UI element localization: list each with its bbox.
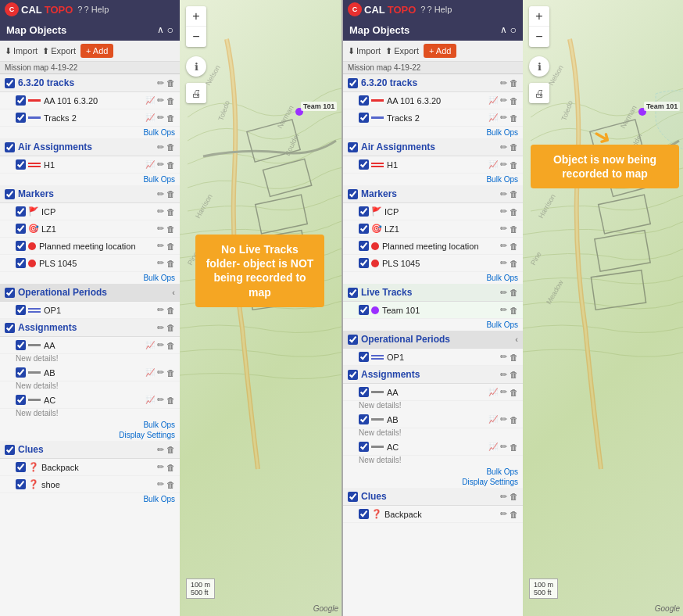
right-aa101-checkbox[interactable] — [359, 95, 369, 106]
left-op-collapse-icon[interactable]: ‹ — [172, 288, 175, 297]
right-tracks2-edit-icon[interactable]: ✏ — [500, 113, 507, 123]
right-backpack-checkbox[interactable] — [359, 509, 369, 519]
left-header-close[interactable]: ○ — [167, 23, 173, 36]
right-header-close[interactable]: ○ — [510, 23, 517, 36]
left-aa101-chart-icon[interactable]: 📈 — [145, 96, 155, 105]
left-markers-checkbox[interactable] — [5, 189, 15, 199]
left-backpack-delete-icon[interactable]: 🗑 — [166, 463, 175, 472]
left-shoe-delete-icon[interactable]: 🗑 — [166, 480, 175, 489]
right-add-button[interactable]: + Add — [424, 44, 456, 58]
right-assign-display-settings[interactable]: Display Settings — [343, 478, 523, 488]
right-planned-delete-icon[interactable]: 🗑 — [510, 242, 518, 251]
right-aa101-delete-icon[interactable]: 🗑 — [510, 96, 518, 106]
right-markers-bulk-ops[interactable]: Bulk Ops — [343, 272, 523, 284]
left-planned-delete-icon[interactable]: 🗑 — [166, 242, 175, 251]
left-aa101-edit-icon[interactable]: ✏ — [157, 95, 164, 106]
right-section-tracks[interactable]: 6.3.20 tracks ✏ 🗑 — [343, 74, 523, 92]
right-aa-delete-icon[interactable]: 🗑 — [510, 388, 518, 397]
left-planned-checkbox[interactable] — [16, 241, 26, 251]
left-section-assign[interactable]: Assignments ✏ 🗑 — [0, 319, 180, 337]
right-live-tracks-checkbox[interactable] — [348, 288, 358, 298]
right-assign-checkbox[interactable] — [348, 370, 358, 380]
left-ab-edit-icon[interactable]: ✏ — [157, 367, 164, 378]
right-aa101-edit-icon[interactable]: ✏ — [500, 95, 507, 106]
left-shoe-edit-icon[interactable]: ✏ — [157, 479, 164, 489]
right-info-button[interactable]: ℹ — [529, 56, 549, 77]
left-section-op[interactable]: Operational Periods ‹ — [0, 284, 180, 302]
right-markers-checkbox[interactable] — [348, 189, 358, 199]
left-tracks2-chart-icon[interactable]: 📈 — [145, 113, 155, 122]
right-clues-edit-icon[interactable]: ✏ — [500, 492, 507, 502]
right-live-tracks-edit-icon[interactable]: ✏ — [500, 288, 507, 298]
right-ab-delete-icon[interactable]: 🗑 — [510, 415, 518, 424]
right-air-delete-icon[interactable]: 🗑 — [510, 142, 518, 152]
left-markers-bulk-ops[interactable]: Bulk Ops — [0, 272, 180, 284]
right-live-tracks-delete-icon[interactable]: 🗑 — [510, 288, 518, 297]
right-backpack-delete-icon[interactable]: 🗑 — [510, 510, 518, 519]
left-markers-delete-icon[interactable]: 🗑 — [166, 189, 175, 199]
right-tracks2-checkbox[interactable] — [359, 113, 369, 123]
right-backpack-edit-icon[interactable]: ✏ — [500, 509, 507, 519]
right-team101-delete-icon[interactable]: 🗑 — [510, 306, 518, 315]
left-lz1-delete-icon[interactable]: 🗑 — [166, 224, 175, 234]
right-section-clues[interactable]: Clues ✏ 🗑 — [343, 488, 523, 506]
right-team101-edit-icon[interactable]: ✏ — [500, 305, 507, 315]
right-assign-bulk-ops[interactable]: Bulk Ops — [343, 466, 523, 478]
left-air-checkbox[interactable] — [5, 142, 15, 152]
left-aa-chart-icon[interactable]: 📈 — [145, 341, 155, 349]
left-tracks-checkbox[interactable] — [5, 78, 15, 88]
right-lz1-checkbox[interactable] — [359, 224, 369, 234]
right-h1-edit-icon[interactable]: ✏ — [500, 159, 507, 170]
right-team101-checkbox[interactable] — [359, 305, 369, 315]
right-ab-chart-icon[interactable]: 📈 — [488, 415, 498, 424]
right-print-button[interactable]: 🖨 — [529, 83, 549, 103]
right-icp-delete-icon[interactable]: 🗑 — [510, 207, 518, 217]
left-aa-delete-icon[interactable]: 🗑 — [166, 341, 175, 350]
left-aa101-delete-icon[interactable]: 🗑 — [166, 96, 175, 106]
right-ab-edit-icon[interactable]: ✏ — [500, 414, 507, 424]
right-section-markers[interactable]: Markers ✏ 🗑 — [343, 185, 523, 203]
right-ac-delete-icon[interactable]: 🗑 — [510, 442, 518, 452]
left-ac-delete-icon[interactable]: 🗑 — [166, 396, 175, 405]
right-h1-delete-icon[interactable]: 🗑 — [510, 160, 518, 170]
left-op1-delete-icon[interactable]: 🗑 — [166, 306, 175, 315]
right-op1-edit-icon[interactable]: ✏ — [500, 352, 507, 362]
right-op-collapse-icon[interactable]: ‹ — [515, 335, 518, 344]
right-planned-checkbox[interactable] — [359, 241, 369, 251]
left-clues-edit-icon[interactable]: ✏ — [157, 445, 164, 455]
left-h1-checkbox[interactable] — [16, 159, 26, 170]
left-tracks-edit-icon[interactable]: ✏ — [157, 78, 164, 88]
left-export-button[interactable]: ⬆ Export — [42, 46, 76, 56]
left-section-tracks[interactable]: 6.3.20 tracks ✏ 🗑 — [0, 74, 180, 92]
left-backpack-edit-icon[interactable]: ✏ — [157, 462, 164, 472]
right-op-checkbox[interactable] — [348, 335, 358, 345]
right-tracks-edit-icon[interactable]: ✏ — [500, 78, 507, 88]
left-icp-delete-icon[interactable]: 🗑 — [166, 207, 175, 217]
right-import-button[interactable]: ⬇ Import — [348, 46, 381, 56]
left-tracks-delete-icon[interactable]: 🗑 — [166, 78, 175, 88]
right-aa101-chart-icon[interactable]: 📈 — [488, 96, 498, 105]
left-help-button[interactable]: ? ? Help — [77, 5, 109, 14]
right-lz1-edit-icon[interactable]: ✏ — [500, 224, 507, 234]
left-section-markers[interactable]: Markers ✏ 🗑 — [0, 185, 180, 203]
right-ab-checkbox[interactable] — [359, 414, 369, 424]
left-aa101-checkbox[interactable] — [16, 95, 26, 106]
left-icp-checkbox[interactable] — [16, 206, 26, 217]
left-h1-delete-icon[interactable]: 🗑 — [166, 160, 175, 170]
right-markers-delete-icon[interactable]: 🗑 — [510, 189, 518, 199]
right-section-assign[interactable]: Assignments ✏ 🗑 — [343, 366, 523, 384]
left-aa-edit-icon[interactable]: ✏ — [157, 340, 164, 350]
left-clues-checkbox[interactable] — [5, 445, 15, 455]
left-assign-delete-icon[interactable]: 🗑 — [166, 323, 175, 332]
left-air-edit-icon[interactable]: ✏ — [157, 142, 164, 152]
left-pls-delete-icon[interactable]: 🗑 — [166, 259, 175, 268]
right-op1-delete-icon[interactable]: 🗑 — [510, 353, 518, 362]
right-section-air[interactable]: Air Assignments ✏ 🗑 — [343, 138, 523, 156]
left-h1-chart-icon[interactable]: 📈 — [145, 160, 155, 169]
left-air-delete-icon[interactable]: 🗑 — [166, 142, 175, 152]
left-icp-edit-icon[interactable]: ✏ — [157, 206, 164, 217]
right-lz1-delete-icon[interactable]: 🗑 — [510, 224, 518, 234]
left-assign-checkbox[interactable] — [5, 323, 15, 333]
left-tracks-bulk-ops[interactable]: Bulk Ops — [0, 127, 180, 138]
right-pls-delete-icon[interactable]: 🗑 — [510, 259, 518, 268]
